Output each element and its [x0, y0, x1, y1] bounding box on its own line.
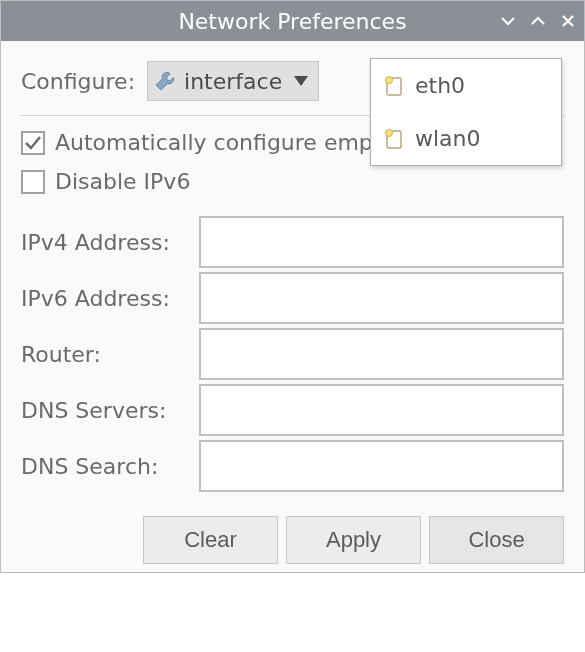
router-row: Router:: [21, 326, 564, 382]
dns-servers-label: DNS Servers:: [21, 398, 199, 423]
dns-servers-row: DNS Servers:: [21, 382, 564, 438]
svg-point-1: [386, 76, 393, 83]
disable-ipv6-label: Disable IPv6: [55, 169, 190, 194]
ipv4-row: IPv4 Address:: [21, 214, 564, 270]
configure-label: Configure:: [21, 69, 135, 94]
disable-ipv6-row: Disable IPv6: [21, 169, 564, 194]
interface-icon: [383, 128, 405, 150]
clear-button[interactable]: Clear: [143, 516, 278, 564]
interface-option-wlan0[interactable]: wlan0: [371, 112, 561, 165]
ipv6-label: IPv6 Address:: [21, 286, 199, 311]
titlebar: Network Preferences: [1, 1, 584, 41]
ipv6-row: IPv6 Address:: [21, 270, 564, 326]
wrench-icon: [154, 70, 176, 92]
svg-point-3: [386, 129, 393, 136]
address-form: IPv4 Address: IPv6 Address: Router: DNS …: [21, 214, 564, 494]
apply-button[interactable]: Apply: [286, 516, 421, 564]
chevron-down-icon: [294, 76, 308, 86]
interface-combo[interactable]: interface: [147, 61, 319, 101]
titlebar-controls: [500, 13, 576, 29]
interface-combo-text: interface: [184, 69, 282, 94]
dns-servers-input[interactable]: [199, 384, 564, 436]
dns-search-input[interactable]: [199, 440, 564, 492]
interface-option-label: wlan0: [415, 126, 481, 151]
dns-search-label: DNS Search:: [21, 454, 199, 479]
maximize-icon[interactable]: [530, 13, 546, 29]
dns-search-row: DNS Search:: [21, 438, 564, 494]
ipv4-input[interactable]: [199, 216, 564, 268]
close-button[interactable]: Close: [429, 516, 564, 564]
window-title: Network Preferences: [178, 9, 406, 34]
ipv4-label: IPv4 Address:: [21, 230, 199, 255]
minimize-icon[interactable]: [500, 13, 516, 29]
interface-dropdown: eth0 wlan0: [370, 58, 562, 166]
router-input[interactable]: [199, 328, 564, 380]
close-icon[interactable]: [560, 13, 576, 29]
ipv6-input[interactable]: [199, 272, 564, 324]
interface-icon: [383, 75, 405, 97]
button-bar: Clear Apply Close: [21, 508, 564, 564]
interface-option-eth0[interactable]: eth0: [371, 59, 561, 112]
disable-ipv6-checkbox[interactable]: [21, 170, 45, 194]
interface-option-label: eth0: [415, 73, 465, 98]
auto-configure-checkbox[interactable]: [21, 131, 45, 155]
router-label: Router:: [21, 342, 199, 367]
